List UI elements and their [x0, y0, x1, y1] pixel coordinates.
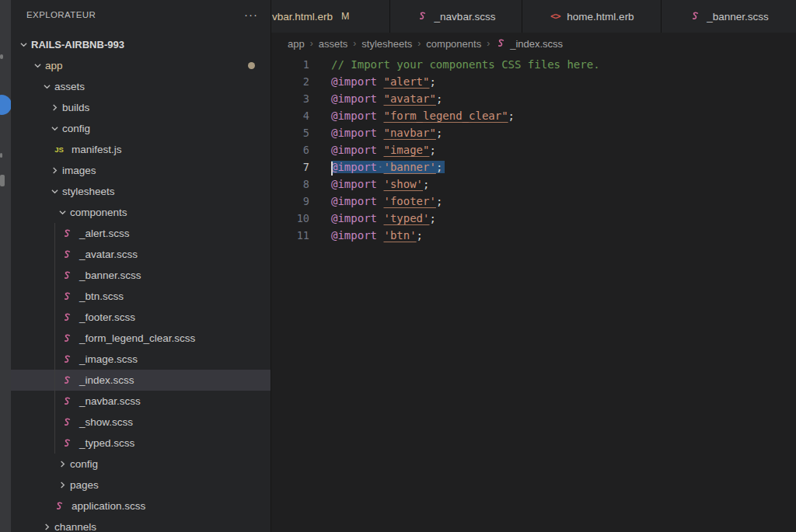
tree-item-label: app	[45, 60, 63, 71]
tree-item-label: _show.scss	[79, 416, 133, 428]
punctuation-token: ;	[417, 229, 423, 242]
string-token: 'typed'	[383, 212, 429, 224]
line-number[interactable]: 6	[271, 144, 309, 156]
tab-label: vbar.html.erb	[272, 11, 333, 23]
tree-folder-rails-airbnb-993[interactable]: RAILS-AIRBNB-993	[11, 34, 271, 55]
tree-folder-config[interactable]: config	[11, 454, 271, 475]
tree-file--image-scss[interactable]: _image.scss	[11, 349, 271, 370]
code-line-content: @import 'btn';	[331, 229, 423, 242]
tree-item-label: _image.scss	[79, 353, 138, 365]
more-actions-icon[interactable]: ···	[244, 11, 258, 19]
punctuation-token: ;	[436, 161, 442, 173]
keyword-token: @import	[331, 178, 377, 190]
sass-icon	[61, 249, 73, 261]
punctuation-token: ;	[508, 110, 515, 122]
breadcrumb-item[interactable]: stylesheets	[361, 38, 412, 50]
line-number[interactable]: 10	[271, 212, 309, 224]
tree-file-application-scss[interactable]: application.scss	[11, 495, 271, 516]
tree-file--navbar-scss[interactable]: _navbar.scss	[11, 391, 271, 412]
breadcrumb-separator-icon: ›	[353, 38, 356, 49]
line-number[interactable]: 1	[271, 58, 309, 71]
tree-item-label: _avatar.scss	[79, 249, 138, 260]
tree-file--btn-scss[interactable]: _btn.scss	[11, 286, 271, 307]
tree-file--form-legend-clear-scss[interactable]: _form_legend_clear.scss	[11, 328, 271, 349]
tree-file--index-scss[interactable]: _index.scss	[11, 370, 271, 391]
tree-folder-images[interactable]: images	[11, 160, 271, 181]
tab-home-html-erb[interactable]: <>home.html.erb	[522, 0, 662, 33]
code-line-3[interactable]: 3@import "avatar";	[271, 90, 796, 107]
line-number[interactable]: 7	[271, 161, 309, 173]
line-number[interactable]: 9	[271, 195, 309, 207]
tree-folder-app[interactable]: app	[11, 55, 271, 76]
tab-vbar-html-erb[interactable]: vbar.html.erbM	[271, 0, 390, 33]
tree-item-label: builds	[62, 102, 89, 113]
breadcrumb-item[interactable]: components	[426, 38, 481, 50]
code-editor[interactable]: 1// Import your components CSS files her…	[271, 54, 796, 532]
code-line-10[interactable]: 10@import 'typed';	[271, 210, 796, 227]
line-number[interactable]: 2	[271, 75, 309, 88]
editor-group: vbar.html.erbM_navbar.scss<>home.html.er…	[271, 0, 796, 532]
chevron-right-icon	[48, 104, 61, 111]
line-number[interactable]: 5	[271, 127, 309, 139]
tree-folder-builds[interactable]: builds	[11, 97, 271, 118]
keyword-token: @import	[331, 110, 377, 122]
tree-file--alert-scss[interactable]: _alert.scss	[11, 223, 271, 244]
html-icon: <>	[549, 10, 561, 23]
string-token: "image"	[383, 144, 429, 156]
activity-bar[interactable]	[0, 0, 11, 532]
line-number[interactable]: 3	[271, 92, 309, 105]
code-line-content: @import "navbar";	[331, 127, 442, 139]
breadcrumb[interactable]: app›assets›stylesheets›components›_index…	[271, 33, 796, 54]
chevron-down-icon	[56, 209, 68, 216]
line-number[interactable]: 4	[271, 110, 309, 122]
code-line-2[interactable]: 2@import "alert";	[271, 73, 796, 90]
tree-folder-channels[interactable]: channels	[11, 516, 271, 532]
breadcrumb-item[interactable]: app	[288, 38, 305, 50]
string-token: "form_legend_clear"	[383, 110, 508, 122]
tree-file--typed-scss[interactable]: _typed.scss	[11, 433, 271, 454]
chevron-down-icon	[17, 41, 30, 48]
tree-file--show-scss[interactable]: _show.scss	[11, 412, 271, 433]
tree-folder-config[interactable]: config	[11, 118, 271, 139]
code-line-content: @import 'typed';	[331, 212, 436, 224]
breadcrumb-item[interactable]: assets	[319, 38, 348, 50]
tree-item-label: pages	[70, 479, 99, 491]
tree-file-manifest-js[interactable]: JSmanifest.js	[11, 139, 271, 160]
code-line-content: @import 'footer';	[331, 195, 442, 207]
string-token: 'banner'	[383, 161, 435, 173]
tree-folder-assets[interactable]: assets	[11, 76, 271, 97]
tree-folder-pages[interactable]: pages	[11, 475, 271, 495]
tree-item-label: _navbar.scss	[79, 395, 141, 407]
tree-file--footer-scss[interactable]: _footer.scss	[11, 307, 271, 328]
text-cursor	[331, 162, 333, 176]
code-line-content: @import "image";	[331, 144, 436, 156]
string-token: "avatar"	[383, 92, 435, 105]
tab--navbar-scss[interactable]: _navbar.scss	[390, 0, 522, 33]
string-token: 'footer'	[383, 195, 435, 207]
text-selection: @import·'banner';	[331, 161, 445, 173]
tab--banner-scss[interactable]: _banner.scss	[662, 0, 796, 33]
explorer-title: EXPLORATEUR	[26, 10, 96, 19]
line-number[interactable]: 11	[271, 229, 309, 242]
code-line-9[interactable]: 9@import 'footer';	[271, 193, 796, 210]
tree-folder-stylesheets[interactable]: stylesheets	[11, 181, 271, 202]
code-line-5[interactable]: 5@import "navbar";	[271, 124, 796, 141]
code-line-6[interactable]: 6@import "image";	[271, 141, 796, 158]
tab-label: _navbar.scss	[435, 11, 496, 23]
tree-file--banner-scss[interactable]: _banner.scss	[11, 265, 271, 286]
sass-icon	[61, 416, 73, 429]
tree-file--avatar-scss[interactable]: _avatar.scss	[11, 244, 271, 265]
code-line-1[interactable]: 1// Import your components CSS files her…	[271, 56, 796, 73]
code-line-content: @import "avatar";	[331, 92, 442, 105]
sass-icon	[689, 10, 701, 23]
code-line-8[interactable]: 8@import 'show';	[271, 176, 796, 193]
code-line-11[interactable]: 11@import 'btn';	[271, 227, 796, 244]
code-line-4[interactable]: 4@import "form_legend_clear";	[271, 107, 796, 124]
line-number[interactable]: 8	[271, 178, 309, 190]
breadcrumb-file[interactable]: _index.scss	[495, 37, 563, 50]
code-line-7[interactable]: 7@import·'banner';	[271, 158, 796, 176]
breadcrumb-separator-icon: ›	[310, 38, 313, 49]
tree-folder-components[interactable]: components	[11, 202, 271, 223]
chevron-down-icon	[48, 188, 61, 195]
sass-icon	[61, 353, 73, 366]
